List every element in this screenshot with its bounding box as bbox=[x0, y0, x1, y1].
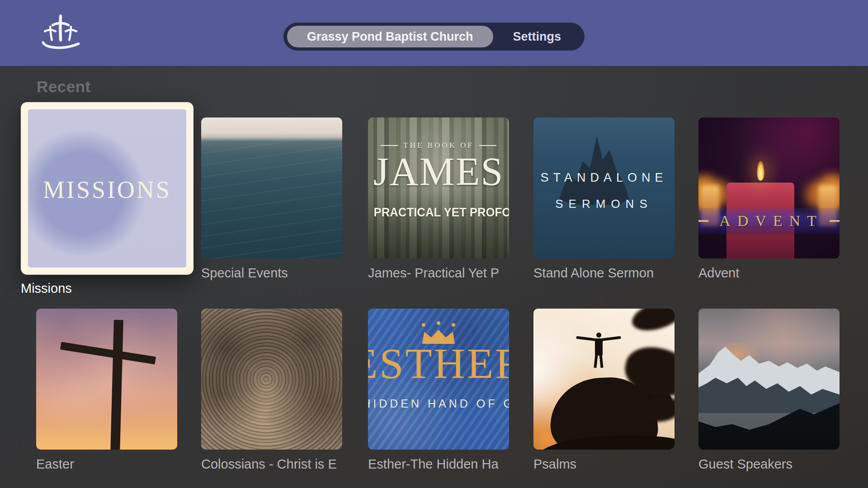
tile-label: Stand Alone Sermon bbox=[533, 266, 675, 281]
tile-label: Esther-The Hidden Ha bbox=[368, 457, 509, 472]
tab-settings[interactable]: Settings bbox=[493, 26, 581, 47]
tile-label: Guest Speakers bbox=[698, 457, 840, 472]
person-head bbox=[596, 333, 601, 338]
esther-art-subtitle: HIDDEN HAND OF G bbox=[368, 397, 509, 410]
tile-label: Psalms bbox=[533, 457, 675, 472]
esther-art-title: ESTHER bbox=[368, 338, 509, 389]
person-torso bbox=[595, 338, 603, 356]
tile-label: Missions bbox=[21, 281, 193, 296]
tile-label: Special Events bbox=[201, 266, 342, 281]
forest-artwork: THE BOOK OF JAMES PRACTICAL YET PROFOUND bbox=[368, 117, 509, 258]
tree-rings-artwork bbox=[201, 309, 342, 450]
missions-artwork: MISSIONS bbox=[28, 109, 186, 267]
top-navigation-bar: Grassy Pond Baptist Church Settings bbox=[0, 0, 868, 66]
crown-dots bbox=[437, 321, 440, 325]
church-logo-icon bbox=[40, 12, 81, 53]
advent-art-title: ADVENT bbox=[719, 212, 823, 230]
person-leg bbox=[594, 354, 598, 368]
tile-colossians[interactable]: Colossians - Christ is E bbox=[201, 309, 342, 472]
tile-label: Colossians - Christ is E bbox=[201, 457, 342, 472]
focus-frame: MISSIONS bbox=[21, 102, 193, 275]
tile-special-events[interactable]: Special Events bbox=[201, 117, 342, 281]
tile-missions[interactable]: MISSIONS Missions bbox=[21, 102, 193, 296]
tile-james[interactable]: THE BOOK OF JAMES PRACTICAL YET PROFOUND… bbox=[368, 117, 509, 281]
james-art-subtitle: PRACTICAL YET PROFOUND bbox=[373, 205, 503, 220]
tile-label: Easter bbox=[36, 457, 177, 472]
ocean-artwork bbox=[201, 117, 342, 258]
esther-artwork: ESTHER HIDDEN HAND OF G bbox=[368, 309, 509, 450]
tile-stand-alone-sermon[interactable]: STANDALONE SERMONS Stand Alone Sermon bbox=[533, 117, 675, 281]
pine-branch bbox=[628, 309, 675, 336]
james-art-text: THE BOOK OF JAMES PRACTICAL YET PROFOUND bbox=[368, 141, 509, 220]
person-silhouette bbox=[576, 333, 621, 376]
tile-guest-speakers[interactable]: Guest Speakers bbox=[698, 309, 840, 472]
james-art-title: JAMES bbox=[368, 150, 509, 193]
cross-crossbar bbox=[60, 342, 156, 365]
tile-psalms[interactable]: Psalms bbox=[533, 309, 675, 472]
advent-artwork: ADVENT bbox=[698, 117, 840, 258]
rock-silhouette bbox=[533, 117, 675, 258]
psalms-artwork bbox=[533, 309, 675, 450]
advent-banner: ADVENT bbox=[698, 208, 840, 235]
cross-upright bbox=[111, 320, 124, 450]
standalone-art-line2: SERMONS bbox=[533, 197, 675, 211]
standalone-art-line1: STANDALONE bbox=[533, 171, 675, 185]
person-leg bbox=[599, 354, 603, 368]
tile-esther[interactable]: ESTHER HIDDEN HAND OF G Esther-The Hidde… bbox=[368, 309, 509, 472]
tile-advent[interactable]: ADVENT Advent bbox=[698, 117, 840, 281]
tile-label: Advent bbox=[698, 266, 840, 281]
sunset-cross-artwork bbox=[36, 309, 177, 450]
tab-bar: Grassy Pond Baptist Church Settings bbox=[283, 23, 585, 51]
section-title-recent: Recent bbox=[37, 78, 91, 96]
tab-church-library[interactable]: Grassy Pond Baptist Church bbox=[287, 26, 493, 47]
tile-label: James- Practical Yet P bbox=[368, 266, 509, 281]
mountains-artwork bbox=[698, 309, 840, 450]
james-art-kicker: THE BOOK OF bbox=[368, 141, 509, 150]
tile-easter[interactable]: Easter bbox=[36, 309, 177, 472]
missions-art-title: MISSIONS bbox=[43, 176, 171, 204]
sea-rock-artwork: STANDALONE SERMONS bbox=[533, 117, 675, 258]
candle-flame-icon bbox=[757, 161, 764, 181]
